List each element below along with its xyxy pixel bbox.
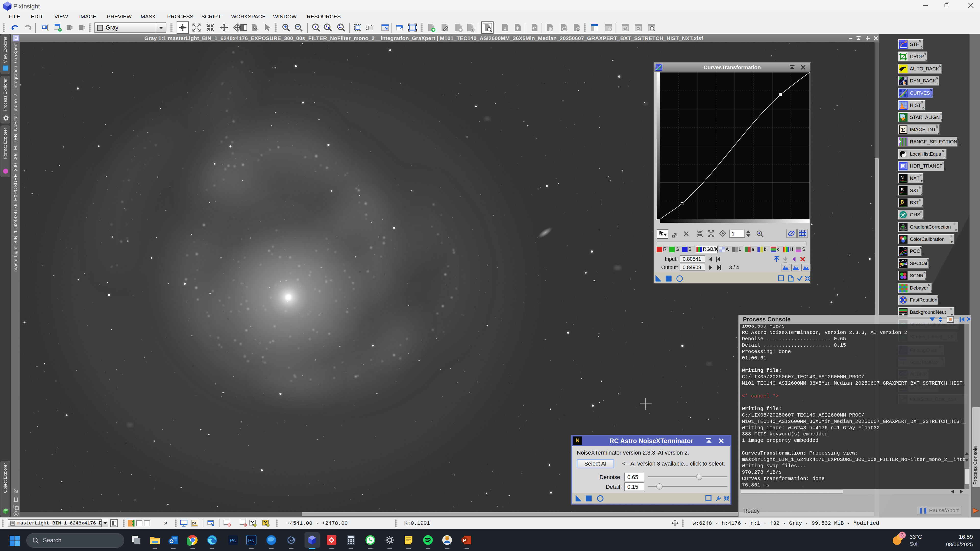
svg-text:XTerminator: XTerminator <box>900 181 907 183</box>
svg-text:24: 24 <box>192 521 196 525</box>
svg-text:XTerminator: XTerminator <box>900 205 907 207</box>
svg-text:Σ: Σ <box>901 126 905 134</box>
svg-text:N: N <box>900 175 904 180</box>
svg-text:Ps: Ps <box>230 538 235 543</box>
svg-text:P: P <box>463 538 466 543</box>
svg-text:S: S <box>900 187 904 192</box>
svg-text:Ps: Ps <box>248 538 254 543</box>
svg-text:XTerminator: XTerminator <box>900 193 907 195</box>
svg-text:B: B <box>900 200 904 205</box>
